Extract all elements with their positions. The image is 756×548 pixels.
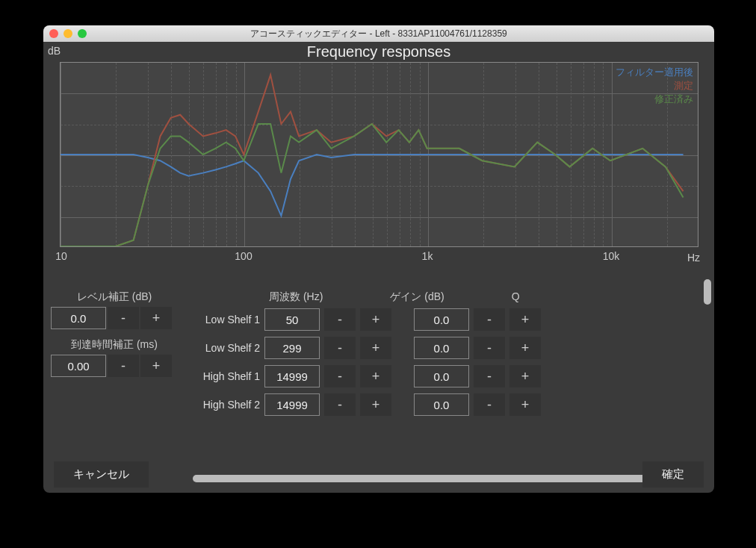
app-window: アコースティックエディター - Left - 8331AP11004761/11… xyxy=(43,25,714,493)
gain-header: ゲイン (dB) xyxy=(390,290,444,304)
filter-gain-plus[interactable]: + xyxy=(509,337,541,359)
filter-freq-plus[interactable]: + xyxy=(360,365,391,387)
vertical-scrollbar[interactable] xyxy=(704,279,711,305)
chart: フィルター適用後 測定 修正済み xyxy=(60,62,698,247)
filter-gain-plus[interactable]: + xyxy=(509,308,541,331)
filter-name: High Shelf 2 xyxy=(191,399,260,411)
filter-row: Low Shelf 2299-+0.0-+ xyxy=(191,337,707,359)
filter-freq-plus[interactable]: + xyxy=(360,337,391,359)
filter-gain-input[interactable]: 0.0 xyxy=(414,393,469,416)
filter-gain-minus[interactable]: - xyxy=(474,308,505,331)
filter-freq-plus[interactable]: + xyxy=(360,308,391,331)
filter-gain-input[interactable]: 0.0 xyxy=(414,365,469,387)
filter-gain-minus[interactable]: - xyxy=(474,337,505,359)
x-tick: 100 xyxy=(235,250,252,262)
x-tick: 10k xyxy=(603,250,620,262)
delay-correction-minus[interactable]: - xyxy=(108,355,139,377)
footer: キャンセル 確定 xyxy=(43,455,714,493)
filter-freq-minus[interactable]: - xyxy=(324,308,356,331)
delay-correction-label: 到達時間補正 (ms) xyxy=(51,338,178,352)
level-correction-plus[interactable]: + xyxy=(140,307,172,329)
chart-area: 10 0 10 10 100 1k 10k フィルター適用後 測定 修正済み H… xyxy=(60,62,714,286)
level-correction-minus[interactable]: - xyxy=(108,307,139,329)
titlebar: アコースティックエディター - Left - 8331AP11004761/11… xyxy=(43,25,714,42)
y-axis-label: dB xyxy=(48,45,61,57)
filter-headers: 周波数 (Hz) ゲイン (dB) Q xyxy=(191,290,707,304)
cancel-button[interactable]: キャンセル xyxy=(54,461,149,488)
filter-freq-minus[interactable]: - xyxy=(324,337,356,359)
filter-freq-minus[interactable]: - xyxy=(324,365,356,387)
freq-header: 周波数 (Hz) xyxy=(269,290,323,304)
filter-freq-plus[interactable]: + xyxy=(360,393,391,416)
filter-freq-input[interactable]: 14999 xyxy=(264,393,320,416)
filter-gain-minus[interactable]: - xyxy=(474,393,505,416)
filter-gain-minus[interactable]: - xyxy=(474,365,505,387)
confirm-button[interactable]: 確定 xyxy=(642,461,704,488)
filter-row: Low Shelf 150-+0.0-+ xyxy=(191,308,707,331)
filter-gain-input[interactable]: 0.0 xyxy=(414,337,469,359)
filter-freq-minus[interactable]: - xyxy=(324,393,356,416)
filter-freq-input[interactable]: 50 xyxy=(264,308,320,331)
x-tick: 10 xyxy=(55,250,67,262)
delay-correction-input[interactable]: 0.00 xyxy=(51,355,106,377)
filter-freq-input[interactable]: 14999 xyxy=(264,365,320,387)
delay-correction-plus[interactable]: + xyxy=(140,355,172,377)
chart-title: Frequency responses xyxy=(43,43,714,60)
filter-freq-input[interactable]: 299 xyxy=(264,337,320,359)
filter-name: High Shelf 1 xyxy=(191,370,260,382)
filter-gain-plus[interactable]: + xyxy=(509,365,541,387)
filter-row: High Shelf 214999-+0.0-+ xyxy=(191,393,707,416)
window-title: アコースティックエディター - Left - 8331AP11004761/11… xyxy=(43,28,714,40)
x-axis-label: Hz xyxy=(687,252,700,264)
x-tick: 1k xyxy=(422,250,433,262)
level-correction-label: レベル補正 (dB) xyxy=(51,290,178,304)
filter-row: High Shelf 114999-+0.0-+ xyxy=(191,365,707,387)
q-header: Q xyxy=(512,290,520,304)
filter-gain-input[interactable]: 0.0 xyxy=(414,308,469,331)
filter-gain-plus[interactable]: + xyxy=(509,393,541,416)
level-correction-input[interactable]: 0.0 xyxy=(51,307,106,329)
filter-name: Low Shelf 1 xyxy=(191,314,260,326)
filter-name: Low Shelf 2 xyxy=(191,342,260,354)
